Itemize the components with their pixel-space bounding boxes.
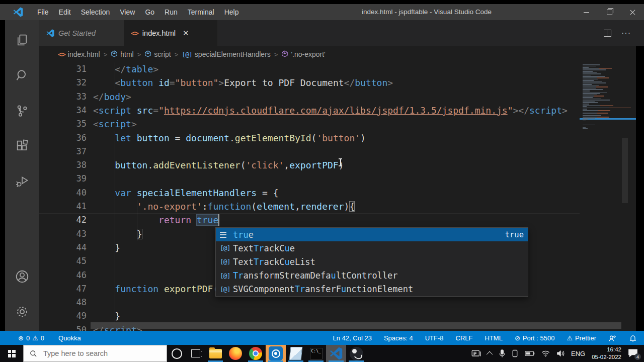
code-line-31: </table> [93,62,158,76]
run-debug-icon[interactable] [10,166,34,196]
wifi-icon[interactable] [541,350,550,357]
hidden-icons-chevron[interactable] [488,351,493,356]
menu-help[interactable]: Help [219,4,244,20]
minimap-line [583,117,609,118]
vertical-scrollbar[interactable] [622,138,628,203]
task-view-button[interactable] [186,345,205,362]
cursor-position[interactable]: Ln 42, Col 23 [333,334,372,342]
line-number: 44 [39,241,87,254]
notifications-bell-icon[interactable] [629,334,637,342]
suggest-label: SVGComponentTransferFunctionElement [233,284,413,294]
live-server-port[interactable]: ⊘ Port : 5500 [515,334,555,342]
recording-border-top [0,0,644,4]
minimap-line [583,128,588,129]
tab-close-icon[interactable]: ✕ [183,29,189,38]
suggest-item-1[interactable]: [@]TextTrackCue [216,241,528,255]
breadcrumb-label: specialElementHandlers [195,50,271,58]
search-icon[interactable] [10,60,34,90]
prettier-status[interactable]: ⚠ Prettier [567,334,596,342]
battery-icon[interactable] [525,350,535,356]
taskbar-app-chrome[interactable] [246,345,266,362]
action-center-icon[interactable]: 4 [628,348,639,358]
phone-link-icon[interactable] [512,349,518,357]
minimap-line [583,96,604,97]
minimap-line [583,66,596,67]
terminal-icon: C:\_ [310,348,323,359]
symbol-object-icon [144,50,151,59]
suggest-label: TransformStreamDefaultController [233,270,398,281]
quokka-status[interactable]: Quokka [58,334,81,342]
warning-count: 0 [41,334,44,342]
tab-index-html[interactable]: <> index.html ✕ [124,20,217,46]
taskbar-app-terminal[interactable]: C:\_ [306,345,326,362]
menu-selection[interactable]: Selection [76,4,115,20]
line-number: 49 [39,309,87,323]
breadcrumb-item-1[interactable]: html [111,50,133,59]
line-number: 46 [39,268,87,282]
microphone-icon[interactable] [499,349,505,357]
minimap-line [583,71,593,72]
indentation-status[interactable]: Spaces: 4 [384,334,413,342]
breadcrumb-item-3[interactable]: [@]specialElementHandlers [182,50,270,58]
taskbar-app-vscode[interactable] [326,345,346,362]
code-editor[interactable]: 3132333435363738394041424344454647484950… [39,62,636,331]
start-button[interactable] [0,345,23,362]
problems-indicator[interactable]: ⊗ 0 ⚠ 0 [18,334,44,342]
meet-now-icon[interactable] [471,349,481,357]
tab-get-started[interactable]: Get Started [39,20,124,46]
taskbar-app-screen-recorder[interactable] [266,345,286,362]
minimap-line [583,85,599,86]
vscode-window: FileEditSelectionViewGoRunTerminalHelp i… [0,0,644,362]
menu-edit[interactable]: Edit [54,4,76,20]
code-line-36: let button = document.getElementById('bu… [93,131,366,145]
account-icon[interactable] [10,261,34,292]
symbol-field-icon: [@] [182,51,192,58]
suggest-label: TextTrackCue [233,243,295,253]
eol-status[interactable]: CRLF [456,334,473,342]
breadcrumb-item-0[interactable]: <>index.html [58,50,100,58]
suggest-item-2[interactable]: [@]TextTrackCueList [216,255,528,268]
taskbar-clock[interactable]: 16:42 05-02-2022 [592,346,621,361]
breadcrumb-item-2[interactable]: script [144,50,171,59]
line-number: 50 [39,323,87,331]
feedback-icon[interactable] [608,334,617,342]
taskbar-app-firefox[interactable] [225,345,246,362]
minimap-line [583,82,606,83]
menu-run[interactable]: Run [159,4,183,20]
search-input[interactable] [42,349,155,358]
taskbar-app-notepad[interactable] [286,345,306,362]
settings-gear-icon[interactable] [10,297,34,327]
close-button[interactable] [621,4,644,20]
language-mode[interactable]: HTML [485,334,503,342]
extensions-icon[interactable] [10,131,34,161]
menu-file[interactable]: File [32,4,54,20]
screen-recorder-icon [269,346,283,360]
cortana-button[interactable] [167,345,186,362]
menu-view[interactable]: View [115,4,140,20]
restore-button[interactable] [598,4,621,20]
minimap-line [583,108,631,109]
suggest-item-3[interactable]: [@]TransformStreamDefaultController [216,269,528,283]
source-control-icon[interactable] [10,96,34,126]
mouse-ibeam-cursor [338,158,343,167]
minimap-line [583,115,601,116]
minimize-button[interactable] [575,4,598,20]
split-editor-icon[interactable] [604,30,611,37]
taskbar-search[interactable] [23,345,167,362]
menu-go[interactable]: Go [140,4,159,20]
taskbar-app-obs[interactable] [346,345,366,362]
encoding-status[interactable]: UTF-8 [425,334,444,342]
menu-terminal[interactable]: Terminal [183,4,219,20]
volume-icon[interactable] [556,350,565,357]
title-bar: FileEditSelectionViewGoRunTerminalHelp i… [0,4,644,20]
suggest-item-0[interactable]: truetrue [216,228,528,241]
horizontal-scrollbar[interactable] [91,322,621,329]
taskbar-app-file-explorer[interactable] [205,345,225,362]
breadcrumb-item-4[interactable]: '.no-export' [281,50,325,59]
suggest-item-4[interactable]: [@]SVGComponentTransferFunctionElement [216,283,528,296]
language-indicator[interactable]: ENG [571,350,585,357]
minimap-line [583,92,607,93]
more-actions-icon[interactable]: ··· [621,31,631,36]
interface-icon: [@] [220,244,233,252]
explorer-icon[interactable] [10,25,34,55]
